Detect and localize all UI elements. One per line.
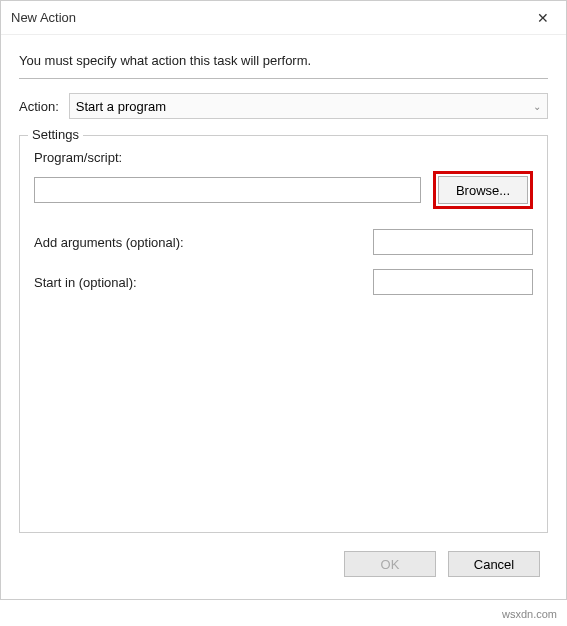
close-icon: ✕ [537,10,549,26]
window-title: New Action [11,10,76,25]
settings-legend: Settings [28,127,83,142]
startin-label: Start in (optional): [34,275,137,290]
settings-fieldset: Settings Program/script: Browse... Add a… [19,135,548,533]
arguments-row: Add arguments (optional): [34,229,533,255]
watermark-text: wsxdn.com [502,608,557,620]
program-script-label: Program/script: [34,150,533,165]
action-row: Action: Start a program ⌄ [19,93,548,119]
chevron-down-icon: ⌄ [533,101,541,112]
browse-highlight: Browse... [433,171,533,209]
action-selected-value: Start a program [76,99,166,114]
arguments-label: Add arguments (optional): [34,235,184,250]
close-button[interactable]: ✕ [520,1,566,35]
titlebar: New Action ✕ [1,1,566,35]
browse-button[interactable]: Browse... [438,176,528,204]
dialog-content: You must specify what action this task w… [1,35,566,599]
cancel-button[interactable]: Cancel [448,551,540,577]
dialog-button-row: OK Cancel [19,547,548,589]
program-script-row: Browse... [34,171,533,209]
program-script-input[interactable] [34,177,421,203]
action-label: Action: [19,99,59,114]
instruction-text: You must specify what action this task w… [19,53,548,79]
new-action-dialog: New Action ✕ You must specify what actio… [0,0,567,600]
arguments-input[interactable] [373,229,533,255]
startin-input[interactable] [373,269,533,295]
action-dropdown[interactable]: Start a program ⌄ [69,93,548,119]
startin-row: Start in (optional): [34,269,533,295]
ok-button[interactable]: OK [344,551,436,577]
